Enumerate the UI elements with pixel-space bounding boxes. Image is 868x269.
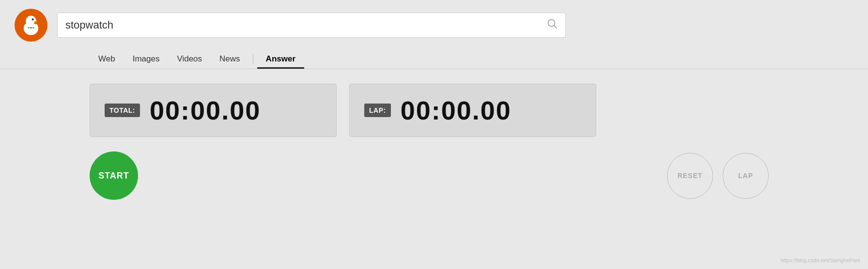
svg-point-3 bbox=[33, 19, 33, 19]
main-content: TOTAL: 00:00.00 LAP: 00:00.00 START RESE… bbox=[0, 69, 868, 214]
nav-tabs: Web Images Videos News Answer bbox=[0, 49, 868, 69]
lap-label: LAP: bbox=[364, 104, 391, 117]
svg-point-2 bbox=[32, 18, 34, 20]
watermark: https://blog.csdn.net/SainghePark bbox=[781, 257, 861, 263]
lap-timer-box: LAP: 00:00.00 bbox=[349, 84, 596, 137]
total-time-display: 00:00.00 bbox=[150, 95, 261, 125]
total-timer-box: TOTAL: 00:00.00 bbox=[90, 84, 337, 137]
svg-line-6 bbox=[554, 26, 557, 28]
svg-point-1 bbox=[26, 16, 36, 27]
lap-button[interactable]: LAP bbox=[723, 153, 769, 199]
tab-news[interactable]: News bbox=[211, 49, 249, 69]
lap-time-display: 00:00.00 bbox=[401, 95, 512, 125]
buttons-row: START RESET LAP bbox=[90, 151, 778, 200]
duckduckgo-logo[interactable] bbox=[15, 9, 47, 42]
action-buttons: RESET LAP bbox=[667, 153, 769, 199]
tab-web[interactable]: Web bbox=[90, 49, 124, 69]
header: stopwatch Web Images Videos News Answer bbox=[0, 0, 868, 69]
total-label: TOTAL: bbox=[105, 104, 140, 117]
start-button[interactable]: START bbox=[90, 151, 138, 200]
nav-divider bbox=[253, 54, 253, 64]
tab-images[interactable]: Images bbox=[124, 49, 169, 69]
tab-videos[interactable]: Videos bbox=[168, 49, 211, 69]
stopwatch-row: TOTAL: 00:00.00 LAP: 00:00.00 bbox=[90, 84, 778, 137]
header-top: stopwatch bbox=[0, 9, 868, 49]
search-icon[interactable] bbox=[547, 18, 558, 32]
tab-answer[interactable]: Answer bbox=[257, 49, 304, 69]
svg-rect-4 bbox=[30, 27, 32, 28]
search-input[interactable]: stopwatch bbox=[65, 19, 547, 31]
reset-button[interactable]: RESET bbox=[667, 153, 713, 199]
search-bar[interactable]: stopwatch bbox=[57, 13, 566, 38]
